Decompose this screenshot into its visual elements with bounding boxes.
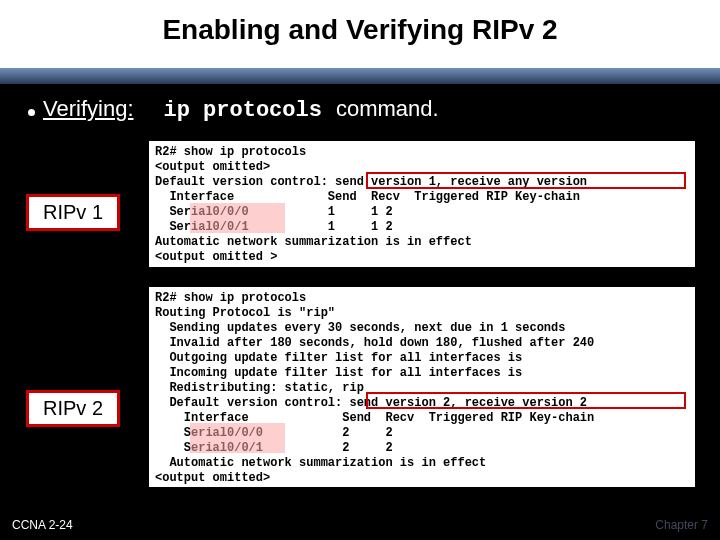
bullet-tail: command. [336,96,439,122]
badge-ripv1: RIPv 1 [26,194,120,231]
bullet-command: ip protocols [164,98,322,123]
page-title: Enabling and Verifying RIPv 2 [0,14,720,46]
slide: Enabling and Verifying RIPv 2 Verifying:… [0,0,720,540]
badge-ripv2: RIPv 2 [26,390,120,427]
cli-output-ripv1: R2# show ip protocols <output omitted> D… [148,140,696,268]
footer-right: Chapter 7 [655,518,708,532]
bullet-row: Verifying: ip protocols command. [28,96,439,123]
bullet-label: Verifying: [43,96,134,122]
bullet-icon [28,109,35,116]
footer-left: CCNA 2-24 [12,518,73,532]
cli-output-ripv2: R2# show ip protocols Routing Protocol i… [148,286,696,488]
